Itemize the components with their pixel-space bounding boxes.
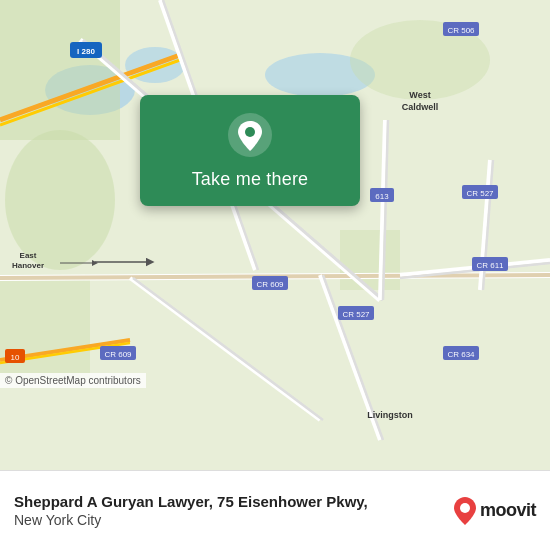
svg-text:CR 609: CR 609 <box>104 350 132 359</box>
svg-text:Hanover: Hanover <box>12 261 44 270</box>
info-bar: Sheppard A Guryan Lawyer, 75 Eisenhower … <box>0 470 550 550</box>
moovit-logo: moovit <box>454 497 536 525</box>
svg-text:CR 634: CR 634 <box>447 350 475 359</box>
moovit-brand-text: moovit <box>480 500 536 521</box>
svg-text:CR 527: CR 527 <box>342 310 370 319</box>
svg-text:Caldwell: Caldwell <box>402 102 439 112</box>
location-card: Take me there <box>140 95 360 206</box>
svg-text:CR 527: CR 527 <box>466 189 494 198</box>
location-subtitle: New York City <box>14 511 444 529</box>
map-container: I 280 CR 506 632 West Caldwell 613 CR 52… <box>0 0 550 470</box>
svg-text:I 280: I 280 <box>77 47 95 56</box>
svg-rect-6 <box>0 280 90 380</box>
svg-text:10: 10 <box>11 353 20 362</box>
svg-point-60 <box>245 127 255 137</box>
map-svg: I 280 CR 506 632 West Caldwell 613 CR 52… <box>0 0 550 470</box>
moovit-pin-icon <box>454 497 476 525</box>
take-me-there-button[interactable]: Take me there <box>192 169 309 190</box>
osm-credit: © OpenStreetMap contributors <box>0 373 146 388</box>
svg-text:West: West <box>409 90 430 100</box>
svg-point-61 <box>460 503 470 513</box>
svg-text:Livingston: Livingston <box>367 410 413 420</box>
svg-rect-8 <box>340 230 400 290</box>
svg-point-5 <box>5 130 115 270</box>
svg-text:CR 611: CR 611 <box>476 261 504 270</box>
location-title: Sheppard A Guryan Lawyer, 75 Eisenhower … <box>14 492 444 512</box>
svg-text:CR 506: CR 506 <box>447 26 475 35</box>
svg-text:East: East <box>20 251 37 260</box>
info-text: Sheppard A Guryan Lawyer, 75 Eisenhower … <box>14 492 444 530</box>
map-pin-icon <box>228 113 272 157</box>
svg-text:613: 613 <box>375 192 389 201</box>
svg-text:CR 609: CR 609 <box>256 280 284 289</box>
